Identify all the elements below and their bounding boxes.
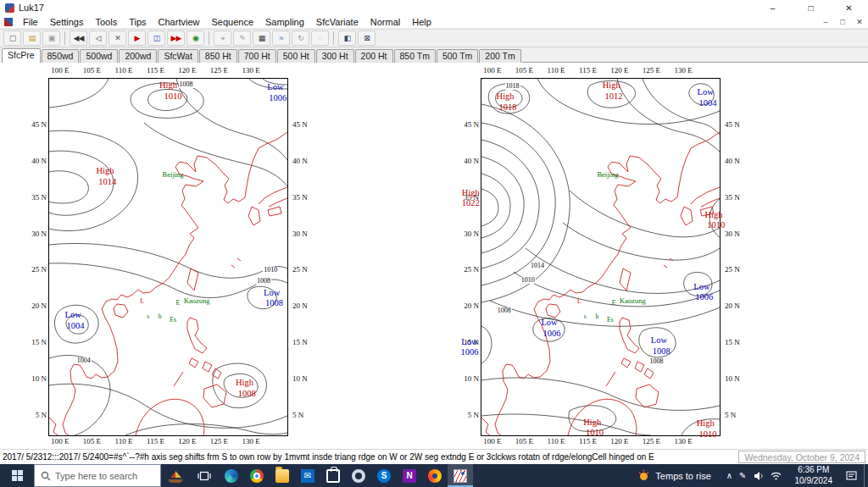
luk17-icon[interactable] (448, 464, 473, 487)
menu-chartview[interactable]: Chartview (153, 17, 206, 27)
skype-icon[interactable] (371, 464, 397, 487)
lat-tick: 45 N (291, 120, 309, 129)
boat-icon[interactable] (161, 464, 190, 487)
lat-tick: 20 N (463, 302, 481, 310)
globe-button[interactable]: ◉ (186, 30, 204, 46)
file-explorer-icon[interactable] (270, 464, 295, 487)
lat-tick: 20 N (31, 302, 48, 310)
lat-tick: 25 N (291, 265, 309, 274)
minimize-button[interactable]: – (754, 0, 792, 15)
chrome-icon[interactable] (244, 464, 270, 487)
menu-help[interactable]: Help (406, 17, 437, 27)
pen-tray-icon[interactable]: ✎ (739, 472, 746, 480)
map-label-stn-g: b (595, 313, 598, 320)
task-view-glyph (198, 470, 211, 482)
menu-tools[interactable]: Tools (89, 17, 123, 27)
mail-icon[interactable] (295, 464, 320, 487)
rotate-button[interactable]: ↻ (292, 30, 309, 46)
show-desktop-button[interactable] (864, 464, 868, 487)
network-icon[interactable] (771, 471, 782, 480)
lon-tick: 125 E (210, 437, 228, 445)
tab-500-tm[interactable]: 500 Tm (437, 49, 478, 63)
task-view-icon[interactable] (190, 464, 219, 487)
lon-tick: 130 E (674, 66, 692, 75)
tab-bar: SfcPre850wd500wd200wdSfcWat850 Ht700 Ht5… (0, 47, 868, 63)
action-center-icon[interactable] (839, 471, 864, 481)
search-input[interactable] (55, 471, 154, 481)
edge-icon[interactable] (219, 464, 244, 487)
stop-button[interactable]: ✕ (108, 30, 126, 46)
wave-button[interactable]: ≈ (272, 30, 290, 46)
pin-button[interactable]: ⌖ (214, 30, 231, 46)
map-label-contour: 1008 (649, 358, 665, 365)
tab-850-ht[interactable]: 850 Ht (199, 49, 237, 63)
map-panel-left: 100 E105 E110 E115 E120 E125 E130 E 45 N… (31, 64, 312, 447)
windows-logo-icon (12, 470, 23, 481)
menu-file[interactable]: File (17, 17, 44, 27)
weather-widget[interactable]: Temps to rise (629, 464, 719, 487)
lat-tick: 30 N (31, 230, 48, 238)
tab-200-tm[interactable]: 200 Tm (479, 49, 520, 63)
menu-settings[interactable]: Settings (44, 17, 90, 27)
mdi-close-button[interactable]: ✕ (851, 18, 868, 26)
map-label-low: Low (64, 311, 81, 320)
tab-850-tm[interactable]: 850 Tm (394, 49, 436, 63)
settings-icon[interactable] (346, 464, 371, 487)
browser-icon[interactable] (422, 464, 448, 487)
lon-tick: 115 E (579, 66, 597, 75)
map-label-high: 1008 (238, 390, 256, 399)
maximize-button[interactable]: □ (792, 0, 830, 15)
open-button[interactable]: ▤ (23, 30, 41, 46)
tab-850wd[interactable]: 850wd (42, 49, 80, 63)
lat-ticks-left: 45 N40 N35 N30 N25 N20 N15 N10 N5 N (31, 78, 48, 434)
menu-normal[interactable]: Normal (364, 17, 406, 27)
menu-sfcvariate[interactable]: SfcVariate (310, 17, 364, 27)
lat-tick: 35 N (291, 193, 309, 202)
play-button[interactable]: ▶ (128, 30, 146, 46)
close-button[interactable]: ✕ (830, 0, 868, 15)
tab-500-ht[interactable]: 500 Ht (277, 49, 315, 63)
map-label-high: 1010 (707, 221, 725, 230)
app-icon (5, 3, 14, 13)
search-box[interactable] (34, 464, 161, 487)
overlay-button[interactable]: ⊠ (358, 30, 376, 46)
tab-700-ht[interactable]: 700 Ht (238, 49, 276, 63)
start-button[interactable] (0, 464, 34, 487)
menu-sequence[interactable]: Sequence (205, 17, 259, 27)
mdi-restore-button[interactable]: □ (834, 18, 851, 26)
map-label-low: Low (541, 318, 557, 328)
tray-chevron-up-icon[interactable]: ∧ (726, 472, 732, 480)
lon-tick: 125 E (643, 437, 660, 445)
tab-200-ht[interactable]: 200 Ht (355, 49, 393, 63)
lon-ticks-bottom: 100 E105 E110 E115 E120 E125 E130 E (49, 437, 287, 447)
tab-300-ht[interactable]: 300 Ht (316, 49, 354, 63)
new-button[interactable]: ▢ (3, 30, 21, 46)
speaker-icon[interactable] (754, 471, 764, 481)
tab-sfcpre[interactable]: SfcPre (2, 48, 41, 63)
map-label-low: 1008 (265, 299, 283, 308)
window-title: Luk17 (19, 3, 44, 13)
fast-forward-button[interactable]: ▶▶ (167, 30, 185, 46)
tab-500wd[interactable]: 500wd (80, 49, 118, 63)
grid-button[interactable]: ▦ (253, 30, 270, 46)
ellipse-button[interactable]: ◌ (311, 30, 329, 46)
taskbar-clock[interactable]: 6:36 PM 10/9/2024 (788, 465, 840, 486)
menu-sampling[interactable]: Sampling (259, 17, 310, 27)
panes-button[interactable]: ◧ (338, 30, 356, 46)
lat-tick: 10 N (463, 374, 481, 383)
menu-tips[interactable]: Tips (123, 17, 152, 27)
save-button[interactable]: ▣ (42, 30, 60, 46)
step-back-button[interactable]: ◁ (89, 30, 107, 46)
tab-sfcwat[interactable]: SfcWat (158, 49, 198, 63)
mdi-minimize-button[interactable]: – (817, 18, 834, 26)
store-icon[interactable] (320, 464, 346, 487)
onenote-icon[interactable] (397, 464, 422, 487)
menu-bar: FileSettingsToolsTipsChartviewSequenceSa… (0, 15, 868, 29)
tab-200wd[interactable]: 200wd (119, 49, 157, 63)
map-label-high: High (159, 81, 177, 91)
luk17-window: Luk17 – □ ✕ FileSettingsToolsTipsChartvi… (0, 0, 868, 487)
rewind-button[interactable]: ◀◀ (70, 30, 87, 46)
pen-button[interactable]: ✎ (233, 30, 251, 46)
document-icon (4, 18, 13, 26)
frame-select-button[interactable]: ◫ (147, 30, 165, 46)
